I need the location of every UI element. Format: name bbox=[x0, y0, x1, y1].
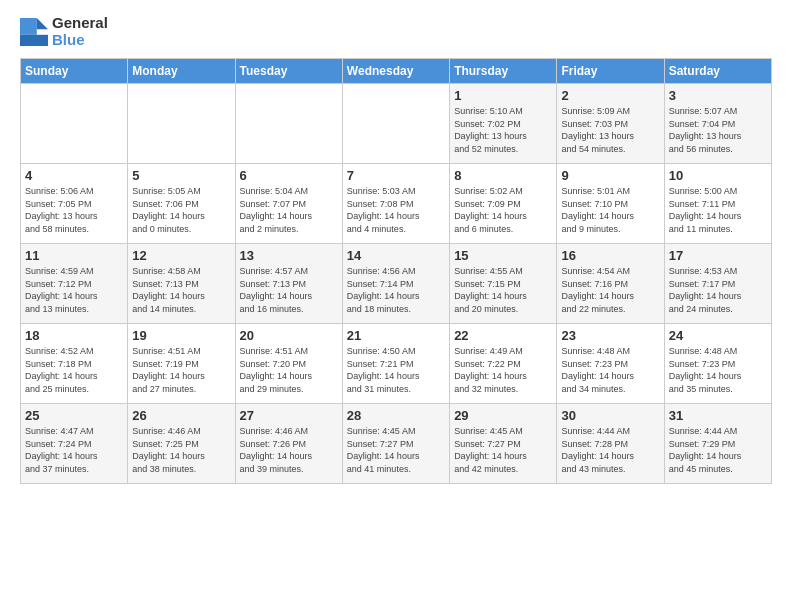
day-info: Sunrise: 4:59 AM Sunset: 7:12 PM Dayligh… bbox=[25, 265, 123, 315]
day-info: Sunrise: 5:05 AM Sunset: 7:06 PM Dayligh… bbox=[132, 185, 230, 235]
day-info: Sunrise: 5:03 AM Sunset: 7:08 PM Dayligh… bbox=[347, 185, 445, 235]
calendar-cell: 4Sunrise: 5:06 AM Sunset: 7:05 PM Daylig… bbox=[21, 164, 128, 244]
calendar-cell: 18Sunrise: 4:52 AM Sunset: 7:18 PM Dayli… bbox=[21, 324, 128, 404]
weekday-header-tuesday: Tuesday bbox=[235, 59, 342, 84]
calendar-cell: 10Sunrise: 5:00 AM Sunset: 7:11 PM Dayli… bbox=[664, 164, 771, 244]
calendar-cell bbox=[342, 84, 449, 164]
day-number: 3 bbox=[669, 88, 767, 103]
day-info: Sunrise: 5:04 AM Sunset: 7:07 PM Dayligh… bbox=[240, 185, 338, 235]
calendar-cell: 27Sunrise: 4:46 AM Sunset: 7:26 PM Dayli… bbox=[235, 404, 342, 484]
day-number: 24 bbox=[669, 328, 767, 343]
day-number: 20 bbox=[240, 328, 338, 343]
day-number: 1 bbox=[454, 88, 552, 103]
day-info: Sunrise: 4:48 AM Sunset: 7:23 PM Dayligh… bbox=[669, 345, 767, 395]
svg-rect-0 bbox=[20, 18, 37, 35]
day-info: Sunrise: 4:57 AM Sunset: 7:13 PM Dayligh… bbox=[240, 265, 338, 315]
day-number: 5 bbox=[132, 168, 230, 183]
calendar-cell bbox=[128, 84, 235, 164]
weekday-header-thursday: Thursday bbox=[450, 59, 557, 84]
calendar-cell: 11Sunrise: 4:59 AM Sunset: 7:12 PM Dayli… bbox=[21, 244, 128, 324]
day-info: Sunrise: 4:56 AM Sunset: 7:14 PM Dayligh… bbox=[347, 265, 445, 315]
day-number: 14 bbox=[347, 248, 445, 263]
day-number: 12 bbox=[132, 248, 230, 263]
day-number: 7 bbox=[347, 168, 445, 183]
calendar-cell: 13Sunrise: 4:57 AM Sunset: 7:13 PM Dayli… bbox=[235, 244, 342, 324]
weekday-header-saturday: Saturday bbox=[664, 59, 771, 84]
day-number: 18 bbox=[25, 328, 123, 343]
page: General Blue SundayMondayTuesdayWednesda… bbox=[0, 0, 792, 612]
day-info: Sunrise: 4:55 AM Sunset: 7:15 PM Dayligh… bbox=[454, 265, 552, 315]
calendar-cell: 14Sunrise: 4:56 AM Sunset: 7:14 PM Dayli… bbox=[342, 244, 449, 324]
calendar-cell: 6Sunrise: 5:04 AM Sunset: 7:07 PM Daylig… bbox=[235, 164, 342, 244]
weekday-header-monday: Monday bbox=[128, 59, 235, 84]
calendar-cell: 20Sunrise: 4:51 AM Sunset: 7:20 PM Dayli… bbox=[235, 324, 342, 404]
calendar-cell bbox=[21, 84, 128, 164]
day-info: Sunrise: 4:45 AM Sunset: 7:27 PM Dayligh… bbox=[454, 425, 552, 475]
day-info: Sunrise: 4:50 AM Sunset: 7:21 PM Dayligh… bbox=[347, 345, 445, 395]
logo: General Blue bbox=[20, 15, 108, 48]
day-info: Sunrise: 4:46 AM Sunset: 7:25 PM Dayligh… bbox=[132, 425, 230, 475]
day-info: Sunrise: 5:02 AM Sunset: 7:09 PM Dayligh… bbox=[454, 185, 552, 235]
day-number: 31 bbox=[669, 408, 767, 423]
calendar-cell: 22Sunrise: 4:49 AM Sunset: 7:22 PM Dayli… bbox=[450, 324, 557, 404]
day-number: 27 bbox=[240, 408, 338, 423]
day-info: Sunrise: 5:00 AM Sunset: 7:11 PM Dayligh… bbox=[669, 185, 767, 235]
day-info: Sunrise: 4:47 AM Sunset: 7:24 PM Dayligh… bbox=[25, 425, 123, 475]
day-info: Sunrise: 5:01 AM Sunset: 7:10 PM Dayligh… bbox=[561, 185, 659, 235]
day-number: 4 bbox=[25, 168, 123, 183]
calendar-cell: 12Sunrise: 4:58 AM Sunset: 7:13 PM Dayli… bbox=[128, 244, 235, 324]
calendar-cell: 25Sunrise: 4:47 AM Sunset: 7:24 PM Dayli… bbox=[21, 404, 128, 484]
weekday-header-friday: Friday bbox=[557, 59, 664, 84]
calendar-cell: 5Sunrise: 5:05 AM Sunset: 7:06 PM Daylig… bbox=[128, 164, 235, 244]
day-number: 29 bbox=[454, 408, 552, 423]
day-info: Sunrise: 4:53 AM Sunset: 7:17 PM Dayligh… bbox=[669, 265, 767, 315]
calendar-cell: 28Sunrise: 4:45 AM Sunset: 7:27 PM Dayli… bbox=[342, 404, 449, 484]
day-number: 17 bbox=[669, 248, 767, 263]
calendar-table: SundayMondayTuesdayWednesdayThursdayFrid… bbox=[20, 58, 772, 484]
calendar-cell: 8Sunrise: 5:02 AM Sunset: 7:09 PM Daylig… bbox=[450, 164, 557, 244]
weekday-header-sunday: Sunday bbox=[21, 59, 128, 84]
calendar-cell: 19Sunrise: 4:51 AM Sunset: 7:19 PM Dayli… bbox=[128, 324, 235, 404]
day-info: Sunrise: 4:45 AM Sunset: 7:27 PM Dayligh… bbox=[347, 425, 445, 475]
day-number: 25 bbox=[25, 408, 123, 423]
day-info: Sunrise: 5:10 AM Sunset: 7:02 PM Dayligh… bbox=[454, 105, 552, 155]
day-info: Sunrise: 5:09 AM Sunset: 7:03 PM Dayligh… bbox=[561, 105, 659, 155]
day-info: Sunrise: 4:44 AM Sunset: 7:29 PM Dayligh… bbox=[669, 425, 767, 475]
calendar-cell: 24Sunrise: 4:48 AM Sunset: 7:23 PM Dayli… bbox=[664, 324, 771, 404]
day-info: Sunrise: 4:54 AM Sunset: 7:16 PM Dayligh… bbox=[561, 265, 659, 315]
header: General Blue bbox=[20, 15, 772, 48]
day-number: 10 bbox=[669, 168, 767, 183]
calendar-cell: 17Sunrise: 4:53 AM Sunset: 7:17 PM Dayli… bbox=[664, 244, 771, 324]
day-number: 9 bbox=[561, 168, 659, 183]
day-info: Sunrise: 5:06 AM Sunset: 7:05 PM Dayligh… bbox=[25, 185, 123, 235]
calendar-cell bbox=[235, 84, 342, 164]
day-number: 16 bbox=[561, 248, 659, 263]
calendar-cell: 9Sunrise: 5:01 AM Sunset: 7:10 PM Daylig… bbox=[557, 164, 664, 244]
svg-rect-2 bbox=[20, 34, 48, 45]
day-number: 28 bbox=[347, 408, 445, 423]
calendar-cell: 26Sunrise: 4:46 AM Sunset: 7:25 PM Dayli… bbox=[128, 404, 235, 484]
day-info: Sunrise: 5:07 AM Sunset: 7:04 PM Dayligh… bbox=[669, 105, 767, 155]
calendar-cell: 21Sunrise: 4:50 AM Sunset: 7:21 PM Dayli… bbox=[342, 324, 449, 404]
calendar-cell: 16Sunrise: 4:54 AM Sunset: 7:16 PM Dayli… bbox=[557, 244, 664, 324]
day-number: 30 bbox=[561, 408, 659, 423]
calendar-cell: 3Sunrise: 5:07 AM Sunset: 7:04 PM Daylig… bbox=[664, 84, 771, 164]
calendar-cell: 1Sunrise: 5:10 AM Sunset: 7:02 PM Daylig… bbox=[450, 84, 557, 164]
day-number: 13 bbox=[240, 248, 338, 263]
day-number: 15 bbox=[454, 248, 552, 263]
logo-icon bbox=[20, 18, 48, 46]
calendar-cell: 30Sunrise: 4:44 AM Sunset: 7:28 PM Dayli… bbox=[557, 404, 664, 484]
calendar-cell: 15Sunrise: 4:55 AM Sunset: 7:15 PM Dayli… bbox=[450, 244, 557, 324]
day-info: Sunrise: 4:46 AM Sunset: 7:26 PM Dayligh… bbox=[240, 425, 338, 475]
day-number: 21 bbox=[347, 328, 445, 343]
calendar-cell: 31Sunrise: 4:44 AM Sunset: 7:29 PM Dayli… bbox=[664, 404, 771, 484]
day-number: 23 bbox=[561, 328, 659, 343]
day-info: Sunrise: 4:49 AM Sunset: 7:22 PM Dayligh… bbox=[454, 345, 552, 395]
calendar-cell: 23Sunrise: 4:48 AM Sunset: 7:23 PM Dayli… bbox=[557, 324, 664, 404]
calendar-cell: 7Sunrise: 5:03 AM Sunset: 7:08 PM Daylig… bbox=[342, 164, 449, 244]
day-info: Sunrise: 4:48 AM Sunset: 7:23 PM Dayligh… bbox=[561, 345, 659, 395]
calendar-cell: 29Sunrise: 4:45 AM Sunset: 7:27 PM Dayli… bbox=[450, 404, 557, 484]
day-info: Sunrise: 4:58 AM Sunset: 7:13 PM Dayligh… bbox=[132, 265, 230, 315]
day-number: 26 bbox=[132, 408, 230, 423]
calendar-cell: 2Sunrise: 5:09 AM Sunset: 7:03 PM Daylig… bbox=[557, 84, 664, 164]
